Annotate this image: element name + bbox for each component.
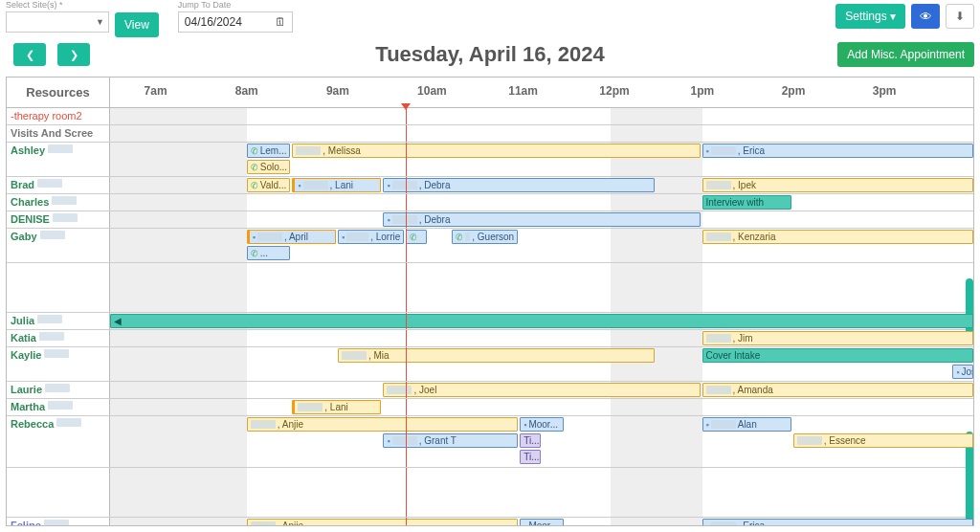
resource-cell[interactable]: Felipe — [7, 518, 110, 525]
appointment[interactable]: ▪Moor... — [520, 417, 564, 432]
resource-name: Kaylie — [11, 349, 41, 361]
person-icon: ▪ — [523, 420, 526, 430]
resource-cell[interactable]: Brad — [7, 177, 110, 193]
track-area[interactable]: ✆Vald...▪, Lani▪, Debra, Ipek — [110, 177, 973, 193]
appointment-label: , Debra — [419, 214, 451, 225]
appointment[interactable]: ✆Solo... — [247, 160, 291, 174]
track-area[interactable]: , Anjie▪Moor...▪Alan▪, Grant TTi..., Ess… — [110, 416, 973, 467]
resource-row: Kaylie, MiaCover Intake▪Jose — [7, 347, 973, 382]
right-controls: Settings ▾ 👁 ⬇ — [835, 4, 974, 29]
prev-day-button[interactable]: ❮ — [13, 43, 46, 66]
appointment[interactable]: ▪Moor... — [520, 519, 564, 525]
resource-cell[interactable]: Charles — [7, 194, 110, 211]
resource-name: Felipe — [11, 520, 41, 525]
appointment[interactable]: , Kenzaria — [702, 230, 973, 244]
appointment[interactable]: Cover Intake — [702, 348, 973, 363]
appointment-label: , Melissa — [323, 145, 360, 156]
track-area[interactable]: , MiaCover Intake▪Jose — [110, 347, 973, 381]
redacted-text — [40, 231, 65, 239]
scheduler-body[interactable]: -therapy room2Visits And ScreeAshley✆Lem… — [7, 108, 973, 525]
appointment[interactable]: ✆Lem... — [247, 144, 291, 158]
appointment[interactable]: ▪, Erica — [702, 519, 973, 525]
appointment[interactable]: ▪Alan — [702, 417, 791, 432]
eye-icon: 👁 — [920, 10, 932, 24]
appointment[interactable]: ✆... — [247, 246, 291, 260]
resource-cell[interactable]: -therapy room2 — [7, 108, 110, 124]
resource-cell[interactable] — [7, 263, 110, 312]
appointment[interactable]: , Mia — [338, 348, 655, 363]
appointment[interactable]: ✆Vald... — [247, 178, 291, 192]
appointment[interactable]: ◀ — [110, 314, 973, 328]
track-area[interactable]: , Joel, Amanda — [110, 382, 973, 398]
appointment[interactable]: , Anjie — [247, 417, 518, 432]
track-area[interactable] — [110, 125, 973, 142]
track-area[interactable]: ▪, April▪, Lorrie✆✆, Guerson, Kenzaria✆.… — [110, 229, 973, 262]
track-area[interactable]: ◀ — [110, 313, 973, 329]
appointment[interactable]: Ti... — [520, 433, 541, 448]
resource-row: DENISE▪, Debra — [7, 211, 973, 229]
appointment[interactable]: ▪, Grant T — [383, 433, 518, 448]
track-area[interactable]: ▪, Debra — [110, 211, 973, 228]
resource-cell[interactable]: Gaby — [7, 229, 110, 262]
phone-icon: ✆ — [456, 233, 463, 242]
hour-label: 1pm — [691, 84, 715, 98]
track-area[interactable]: ✆Lem..., Melissa▪, Erica✆Solo... — [110, 143, 973, 176]
appointment[interactable]: , Melissa — [292, 144, 700, 158]
redacted-text — [53, 213, 78, 222]
redacted-text — [797, 436, 822, 445]
toggle-view-button[interactable]: 👁 — [911, 4, 940, 29]
appointment[interactable]: Interview with — [702, 195, 791, 210]
appointment[interactable]: , Anjie — [247, 519, 518, 525]
resource-cell[interactable]: Katia — [7, 330, 110, 346]
resource-cell[interactable]: Visits And Scree — [7, 125, 110, 142]
appointment-label: Ti... — [523, 435, 539, 446]
appointment[interactable]: , Ipek — [702, 178, 973, 192]
settings-button[interactable]: Settings ▾ — [835, 4, 905, 29]
redacted-text — [296, 146, 321, 155]
appointment[interactable]: ▪, Erica — [702, 144, 973, 158]
track-area[interactable] — [110, 263, 973, 312]
download-icon: ⬇ — [955, 10, 965, 23]
appointment[interactable]: ▪, April — [247, 230, 336, 244]
resource-cell[interactable]: Julia — [7, 313, 110, 329]
track-area[interactable]: , Lani — [110, 399, 973, 415]
phone-icon: ✆ — [251, 146, 258, 156]
download-button[interactable]: ⬇ — [946, 4, 974, 29]
appointment[interactable]: ✆, Guerson — [452, 230, 518, 244]
track-area[interactable] — [110, 108, 973, 124]
track-area[interactable]: Interview with — [110, 194, 973, 211]
nav-row: ❮ ❯ Tuesday, April 16, 2024 Add Misc. Ap… — [0, 33, 980, 71]
resource-row: -therapy room2 — [7, 108, 973, 125]
appointment[interactable]: ▪, Debra — [383, 212, 700, 227]
track-area[interactable] — [110, 468, 973, 517]
appointment-label: , Anjie — [278, 521, 303, 525]
track-area[interactable]: , Anjie▪Moor...▪, Erica✆Vald...▪, Lanis,… — [110, 518, 973, 525]
site-select[interactable]: ▼ — [6, 11, 109, 33]
resource-cell[interactable]: Rebecca — [7, 416, 110, 467]
appointment[interactable]: ▪, Lani — [292, 178, 381, 192]
appointment[interactable]: ▪, Debra — [383, 178, 654, 192]
resource-cell[interactable]: Laurie — [7, 382, 110, 398]
person-icon: ▪ — [253, 233, 256, 242]
appointment[interactable]: , Essence — [793, 433, 973, 448]
add-appointment-button[interactable]: Add Misc. Appointment — [837, 42, 974, 67]
track-area[interactable]: , Jim — [110, 330, 973, 346]
appointment-label: , Lorrie — [370, 232, 400, 242]
resource-cell[interactable]: Ashley — [7, 143, 110, 176]
appointment[interactable]: Ti... — [520, 450, 541, 464]
date-input[interactable]: 04/16/2024 🗓 — [178, 11, 293, 33]
resource-cell[interactable]: DENISE — [7, 211, 110, 228]
resource-cell[interactable]: Kaylie — [7, 347, 110, 381]
resource-cell[interactable]: Martha — [7, 399, 110, 415]
appointment[interactable]: ▪, Lorrie — [338, 230, 404, 244]
resource-name: Visits And Scree — [11, 127, 93, 139]
appointment[interactable]: , Jim — [702, 331, 973, 345]
resource-cell[interactable] — [7, 468, 110, 517]
appointment[interactable]: ✆ — [406, 230, 427, 244]
appointment[interactable]: , Amanda — [702, 383, 973, 397]
appointment[interactable]: , Joel — [383, 383, 700, 397]
next-day-button[interactable]: ❯ — [57, 43, 90, 66]
appointment[interactable]: ▪Jose — [952, 365, 973, 379]
redacted-text — [52, 196, 77, 205]
appointment[interactable]: , Lani — [292, 400, 381, 414]
